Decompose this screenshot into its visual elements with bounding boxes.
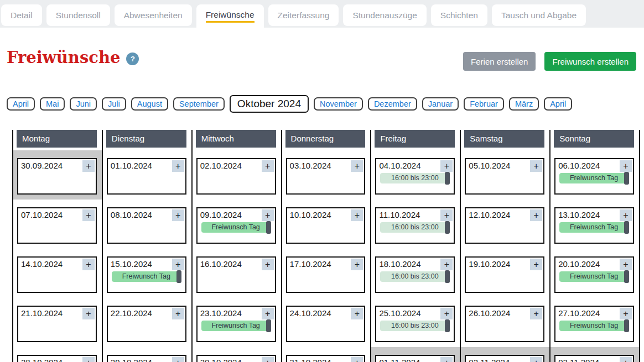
tab-freiwuensche[interactable]: Freiwünsche: [196, 4, 264, 28]
weekday-header-mittwoch: Mittwoch: [196, 130, 276, 148]
add-entry-button[interactable]: +: [351, 160, 363, 172]
add-entry-button[interactable]: +: [440, 357, 453, 362]
badge-label: 16:00 bis 23:00: [391, 322, 439, 329]
freiwunsch-time-badge[interactable]: 16:00 bis 23:00: [380, 321, 449, 331]
add-entry-button[interactable]: +: [82, 308, 95, 319]
month-button-dezember-8[interactable]: Dezember: [368, 97, 417, 111]
tab-detail[interactable]: Detail: [1, 4, 42, 26]
day-cell: 30.10.2024+: [196, 355, 276, 362]
badge-handle[interactable]: [624, 172, 629, 185]
day-cell: 09.10.2024+Freiwunsch Tag: [196, 207, 276, 244]
calendar-column-donnerstag: Donnerstag03.10.2024+10.10.2024+17.10.20…: [281, 130, 371, 362]
badge-handle[interactable]: [624, 319, 629, 332]
month-button-januar-9[interactable]: Januar: [422, 97, 459, 111]
badge-handle[interactable]: [445, 172, 450, 185]
badge-handle[interactable]: [266, 221, 271, 234]
add-entry-button[interactable]: +: [262, 209, 274, 221]
add-entry-button[interactable]: +: [82, 209, 95, 221]
day-slot: 22.10.2024+: [103, 298, 191, 347]
month-button-februar-10[interactable]: Februar: [464, 97, 504, 111]
month-button-april-12[interactable]: April: [544, 97, 572, 111]
day-slot: 16.10.2024+: [193, 249, 281, 298]
month-button-april-0[interactable]: April: [7, 97, 35, 111]
day-slot: 05.10.2024+: [461, 150, 549, 200]
add-entry-button[interactable]: +: [351, 357, 363, 362]
add-entry-button[interactable]: +: [172, 160, 184, 172]
badge-handle[interactable]: [445, 319, 450, 332]
add-entry-button[interactable]: +: [262, 259, 274, 270]
freiwunsch-time-badge[interactable]: 16:00 bis 23:00: [380, 271, 449, 282]
badge-handle[interactable]: [176, 270, 181, 283]
add-entry-button[interactable]: +: [620, 160, 632, 172]
day-cell: 28.10.2024+: [17, 355, 97, 362]
add-entry-button[interactable]: +: [351, 308, 363, 319]
tab-stundenauszuege[interactable]: Stundenauszüge: [343, 4, 426, 26]
add-entry-button[interactable]: +: [530, 259, 542, 270]
add-entry-button[interactable]: +: [620, 209, 632, 221]
add-entry-button[interactable]: +: [262, 160, 274, 172]
freiwunsch-erstellen-button[interactable]: Freiwunsch erstellen: [544, 52, 636, 71]
add-entry-button[interactable]: +: [620, 259, 632, 270]
day-slot: 06.10.2024+Freiwunsch Tag: [550, 150, 639, 200]
help-icon[interactable]: ?: [126, 53, 139, 65]
add-entry-button[interactable]: +: [620, 308, 632, 319]
badge-handle[interactable]: [445, 270, 450, 283]
freiwunsch-time-badge[interactable]: 16:00 bis 23:00: [380, 222, 449, 233]
add-entry-button[interactable]: +: [262, 308, 274, 319]
add-entry-button[interactable]: +: [440, 160, 453, 172]
add-entry-button[interactable]: +: [172, 308, 184, 319]
day-cell: 11.10.2024+16:00 bis 23:00: [375, 207, 455, 244]
freiwunsch-day-badge[interactable]: Freiwunsch Tag: [201, 222, 271, 233]
month-button-oktober-2024-6: Oktober 2024: [230, 95, 309, 113]
month-button-mai-1[interactable]: Mai: [40, 97, 65, 111]
day-cell: 04.10.2024+16:00 bis 23:00: [375, 158, 455, 195]
month-button-juni-2[interactable]: Juni: [70, 97, 97, 111]
add-entry-button[interactable]: +: [262, 357, 274, 362]
badge-handle[interactable]: [624, 221, 629, 234]
freiwunsch-day-badge[interactable]: Freiwunsch Tag: [201, 321, 271, 331]
day-cell: 01.11.2024+: [375, 355, 455, 362]
freiwunsch-day-badge[interactable]: Freiwunsch Tag: [559, 321, 629, 331]
add-entry-button[interactable]: +: [82, 259, 95, 270]
month-button-maerz-11[interactable]: März: [509, 97, 539, 111]
add-entry-button[interactable]: +: [82, 357, 95, 362]
add-entry-button[interactable]: +: [530, 209, 542, 221]
freiwunsch-day-badge[interactable]: Freiwunsch Tag: [559, 173, 629, 183]
month-button-september-5[interactable]: September: [173, 97, 225, 111]
freiwunsch-day-badge[interactable]: Freiwunsch Tag: [559, 222, 629, 233]
badge-handle[interactable]: [624, 270, 629, 283]
month-button-juli-3[interactable]: Juli: [102, 97, 126, 111]
day-cell: 27.10.2024+Freiwunsch Tag: [554, 306, 634, 342]
month-button-november-7[interactable]: November: [314, 97, 363, 111]
freiwunsch-day-badge[interactable]: Freiwunsch Tag: [559, 271, 629, 282]
add-entry-button[interactable]: +: [530, 308, 542, 319]
add-entry-button[interactable]: +: [530, 357, 542, 362]
add-entry-button[interactable]: +: [440, 209, 453, 221]
add-entry-button[interactable]: +: [440, 308, 453, 319]
freiwunsch-time-badge[interactable]: 16:00 bis 23:00: [380, 173, 449, 183]
badge-handle[interactable]: [266, 319, 271, 332]
tab-abwesenheiten[interactable]: Abwesenheiten: [115, 4, 192, 26]
add-entry-button[interactable]: +: [172, 357, 184, 362]
add-entry-button[interactable]: +: [82, 160, 95, 172]
badge-handle[interactable]: [445, 221, 450, 234]
month-selector: AprilMaiJuniJuliAugustSeptemberOktober 2…: [0, 95, 644, 113]
day-slot: 27.10.2024+Freiwunsch Tag: [550, 298, 639, 347]
ferien-erstellen-button[interactable]: Ferien erstellen: [463, 52, 536, 71]
add-entry-button[interactable]: +: [620, 357, 632, 362]
add-entry-button[interactable]: +: [172, 209, 184, 221]
freiwunsch-day-badge[interactable]: Freiwunsch Tag: [112, 271, 181, 282]
add-entry-button[interactable]: +: [530, 160, 542, 172]
tab-stundensoll[interactable]: Stundensoll: [46, 4, 110, 26]
tab-bar: DetailStundensollAbwesenheitenFreiwünsch…: [0, 0, 644, 28]
tab-schichten[interactable]: Schichten: [431, 4, 487, 26]
tab-label: Stundenauszüge: [352, 11, 417, 20]
tab-tausch-und-abgabe[interactable]: Tausch und Abgabe: [492, 4, 586, 26]
tab-zeiterfassung[interactable]: Zeiterfassung: [268, 4, 339, 26]
add-entry-button[interactable]: +: [351, 209, 363, 221]
add-entry-button[interactable]: +: [351, 259, 363, 270]
tab-label: Schichten: [440, 11, 478, 20]
month-button-august-4[interactable]: August: [131, 97, 168, 111]
add-entry-button[interactable]: +: [172, 259, 184, 270]
add-entry-button[interactable]: +: [440, 259, 453, 270]
